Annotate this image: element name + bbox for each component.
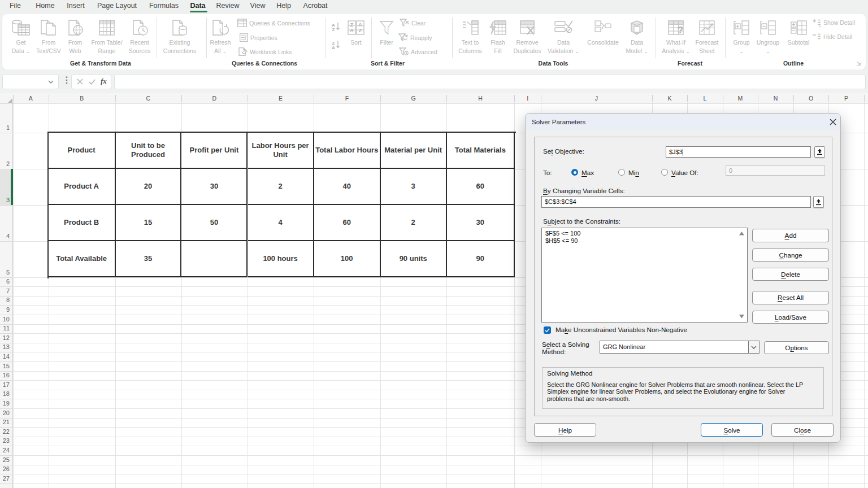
- svg-text:Z: Z: [350, 22, 354, 28]
- svg-text:A: A: [332, 45, 335, 50]
- svg-text:A: A: [350, 28, 354, 33]
- svg-text:Z: Z: [332, 27, 335, 32]
- svg-text:Z: Z: [359, 28, 362, 33]
